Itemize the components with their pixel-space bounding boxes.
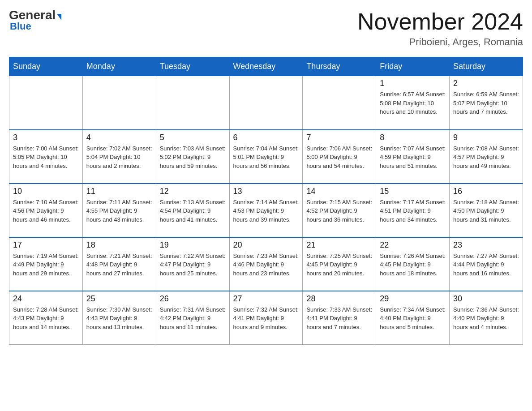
calendar-cell: 15Sunrise: 7:17 AM Sunset: 4:51 PM Dayli… xyxy=(376,184,450,237)
calendar-cell: 23Sunrise: 7:27 AM Sunset: 4:44 PM Dayli… xyxy=(450,237,523,291)
calendar-cell: 2Sunrise: 6:59 AM Sunset: 5:07 PM Daylig… xyxy=(450,76,523,130)
calendar-cell xyxy=(229,76,303,130)
calendar-cell: 20Sunrise: 7:23 AM Sunset: 4:46 PM Dayli… xyxy=(229,237,303,291)
cell-day-number: 12 xyxy=(160,187,226,196)
calendar-cell: 16Sunrise: 7:18 AM Sunset: 4:50 PM Dayli… xyxy=(450,184,523,237)
cell-info: Sunrise: 7:36 AM Sunset: 4:40 PM Dayligh… xyxy=(453,305,519,332)
calendar-cell: 5Sunrise: 7:03 AM Sunset: 5:02 PM Daylig… xyxy=(156,130,229,184)
weekday-header-tuesday: Tuesday xyxy=(156,57,229,76)
cell-day-number: 17 xyxy=(13,240,79,250)
cell-day-number: 20 xyxy=(233,240,299,250)
cell-day-number: 30 xyxy=(453,294,519,304)
calendar-cell: 27Sunrise: 7:32 AM Sunset: 4:41 PM Dayli… xyxy=(229,291,303,345)
calendar-cell xyxy=(82,76,156,130)
weekday-header-row: SundayMondayTuesdayWednesdayThursdayFrid… xyxy=(9,57,523,76)
cell-info: Sunrise: 7:00 AM Sunset: 5:05 PM Dayligh… xyxy=(13,144,79,171)
weekday-header-wednesday: Wednesday xyxy=(229,57,303,76)
cell-day-number: 26 xyxy=(160,294,226,304)
cell-info: Sunrise: 7:14 AM Sunset: 4:53 PM Dayligh… xyxy=(233,198,299,224)
cell-day-number: 3 xyxy=(13,133,79,142)
cell-info: Sunrise: 7:30 AM Sunset: 4:43 PM Dayligh… xyxy=(86,305,152,332)
weekday-header-sunday: Sunday xyxy=(9,57,83,76)
title-section: November 2024 Priboieni, Arges, Romania xyxy=(357,9,523,48)
cell-day-number: 7 xyxy=(306,133,372,142)
cell-info: Sunrise: 7:33 AM Sunset: 4:41 PM Dayligh… xyxy=(306,305,372,332)
cell-info: Sunrise: 7:08 AM Sunset: 4:57 PM Dayligh… xyxy=(453,144,519,171)
cell-day-number: 28 xyxy=(306,294,372,304)
calendar-cell: 29Sunrise: 7:34 AM Sunset: 4:40 PM Dayli… xyxy=(376,291,450,345)
calendar-cell: 25Sunrise: 7:30 AM Sunset: 4:43 PM Dayli… xyxy=(82,291,156,345)
month-title: November 2024 xyxy=(357,9,523,34)
cell-info: Sunrise: 6:57 AM Sunset: 5:08 PM Dayligh… xyxy=(380,90,446,116)
cell-day-number: 29 xyxy=(380,294,446,304)
logo-blue-text: Blue xyxy=(10,21,31,32)
calendar-cell: 7Sunrise: 7:06 AM Sunset: 5:00 PM Daylig… xyxy=(303,130,376,184)
cell-day-number: 9 xyxy=(453,133,519,142)
cell-info: Sunrise: 7:04 AM Sunset: 5:01 PM Dayligh… xyxy=(233,144,299,171)
calendar-week-row: 17Sunrise: 7:19 AM Sunset: 4:49 PM Dayli… xyxy=(9,237,523,291)
calendar-week-row: 10Sunrise: 7:10 AM Sunset: 4:56 PM Dayli… xyxy=(9,184,523,237)
calendar-cell: 14Sunrise: 7:15 AM Sunset: 4:52 PM Dayli… xyxy=(303,184,376,237)
weekday-header-saturday: Saturday xyxy=(450,57,523,76)
cell-info: Sunrise: 6:59 AM Sunset: 5:07 PM Dayligh… xyxy=(453,90,519,116)
cell-info: Sunrise: 7:21 AM Sunset: 4:48 PM Dayligh… xyxy=(86,252,152,278)
cell-day-number: 6 xyxy=(233,133,299,142)
page-header: General Blue November 2024 Priboieni, Ar… xyxy=(9,9,523,48)
calendar-cell: 19Sunrise: 7:22 AM Sunset: 4:47 PM Dayli… xyxy=(156,237,229,291)
cell-info: Sunrise: 7:31 AM Sunset: 4:42 PM Dayligh… xyxy=(160,305,226,332)
calendar-cell: 8Sunrise: 7:07 AM Sunset: 4:59 PM Daylig… xyxy=(376,130,450,184)
cell-day-number: 19 xyxy=(160,240,226,250)
weekday-header-friday: Friday xyxy=(376,57,450,76)
calendar-cell xyxy=(156,76,229,130)
cell-day-number: 8 xyxy=(380,133,446,142)
calendar-cell: 1Sunrise: 6:57 AM Sunset: 5:08 PM Daylig… xyxy=(376,76,450,130)
cell-info: Sunrise: 7:22 AM Sunset: 4:47 PM Dayligh… xyxy=(160,252,226,278)
calendar-cell: 13Sunrise: 7:14 AM Sunset: 4:53 PM Dayli… xyxy=(229,184,303,237)
cell-info: Sunrise: 7:15 AM Sunset: 4:52 PM Dayligh… xyxy=(306,198,372,224)
cell-info: Sunrise: 7:06 AM Sunset: 5:00 PM Dayligh… xyxy=(306,144,372,171)
cell-info: Sunrise: 7:10 AM Sunset: 4:56 PM Dayligh… xyxy=(13,198,79,224)
cell-day-number: 2 xyxy=(453,79,519,88)
location-title: Priboieni, Arges, Romania xyxy=(357,36,523,48)
cell-info: Sunrise: 7:26 AM Sunset: 4:45 PM Dayligh… xyxy=(380,252,446,278)
calendar-week-row: 24Sunrise: 7:28 AM Sunset: 4:43 PM Dayli… xyxy=(9,291,523,345)
weekday-header-monday: Monday xyxy=(82,57,156,76)
calendar-cell: 17Sunrise: 7:19 AM Sunset: 4:49 PM Dayli… xyxy=(9,237,83,291)
logo-arrow-icon xyxy=(57,14,61,20)
cell-day-number: 22 xyxy=(380,240,446,250)
cell-info: Sunrise: 7:07 AM Sunset: 4:59 PM Dayligh… xyxy=(380,144,446,171)
calendar-cell: 3Sunrise: 7:00 AM Sunset: 5:05 PM Daylig… xyxy=(9,130,83,184)
calendar-cell: 12Sunrise: 7:13 AM Sunset: 4:54 PM Dayli… xyxy=(156,184,229,237)
weekday-header-thursday: Thursday xyxy=(303,57,376,76)
logo-text: General xyxy=(9,9,61,21)
cell-day-number: 15 xyxy=(380,187,446,196)
cell-info: Sunrise: 7:13 AM Sunset: 4:54 PM Dayligh… xyxy=(160,198,226,224)
cell-info: Sunrise: 7:28 AM Sunset: 4:43 PM Dayligh… xyxy=(13,305,79,332)
cell-day-number: 16 xyxy=(453,187,519,196)
cell-info: Sunrise: 7:17 AM Sunset: 4:51 PM Dayligh… xyxy=(380,198,446,224)
calendar-cell xyxy=(303,76,376,130)
calendar-cell: 18Sunrise: 7:21 AM Sunset: 4:48 PM Dayli… xyxy=(82,237,156,291)
calendar-cell: 4Sunrise: 7:02 AM Sunset: 5:04 PM Daylig… xyxy=(82,130,156,184)
logo-general: General xyxy=(9,8,56,22)
cell-info: Sunrise: 7:25 AM Sunset: 4:45 PM Dayligh… xyxy=(306,252,372,278)
cell-day-number: 13 xyxy=(233,187,299,196)
cell-info: Sunrise: 7:34 AM Sunset: 4:40 PM Dayligh… xyxy=(380,305,446,332)
cell-info: Sunrise: 7:19 AM Sunset: 4:49 PM Dayligh… xyxy=(13,252,79,278)
cell-info: Sunrise: 7:18 AM Sunset: 4:50 PM Dayligh… xyxy=(453,198,519,224)
cell-day-number: 18 xyxy=(86,240,152,250)
calendar-cell: 11Sunrise: 7:11 AM Sunset: 4:55 PM Dayli… xyxy=(82,184,156,237)
cell-day-number: 25 xyxy=(86,294,152,304)
cell-info: Sunrise: 7:32 AM Sunset: 4:41 PM Dayligh… xyxy=(233,305,299,332)
cell-info: Sunrise: 7:11 AM Sunset: 4:55 PM Dayligh… xyxy=(86,198,152,224)
cell-day-number: 24 xyxy=(13,294,79,304)
calendar-cell: 24Sunrise: 7:28 AM Sunset: 4:43 PM Dayli… xyxy=(9,291,83,345)
cell-info: Sunrise: 7:03 AM Sunset: 5:02 PM Dayligh… xyxy=(160,144,226,171)
cell-day-number: 10 xyxy=(13,187,79,196)
calendar-week-row: 3Sunrise: 7:00 AM Sunset: 5:05 PM Daylig… xyxy=(9,130,523,184)
calendar-table: SundayMondayTuesdayWednesdayThursdayFrid… xyxy=(9,57,523,345)
cell-day-number: 21 xyxy=(306,240,372,250)
cell-day-number: 14 xyxy=(306,187,372,196)
calendar-cell: 30Sunrise: 7:36 AM Sunset: 4:40 PM Dayli… xyxy=(450,291,523,345)
cell-day-number: 27 xyxy=(233,294,299,304)
